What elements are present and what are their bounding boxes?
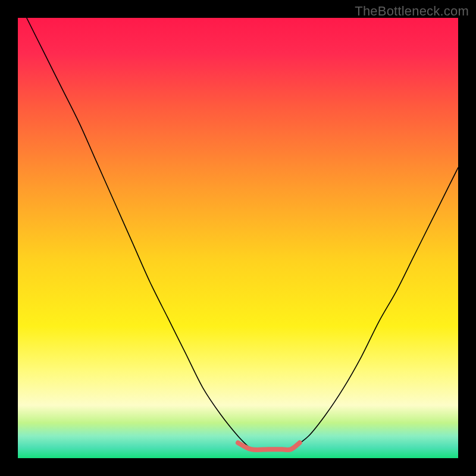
plot-background	[18, 18, 458, 458]
bottleneck-chart	[0, 0, 476, 476]
chart-stage: TheBottleneck.com	[0, 0, 476, 476]
watermark-text: TheBottleneck.com	[355, 4, 469, 19]
